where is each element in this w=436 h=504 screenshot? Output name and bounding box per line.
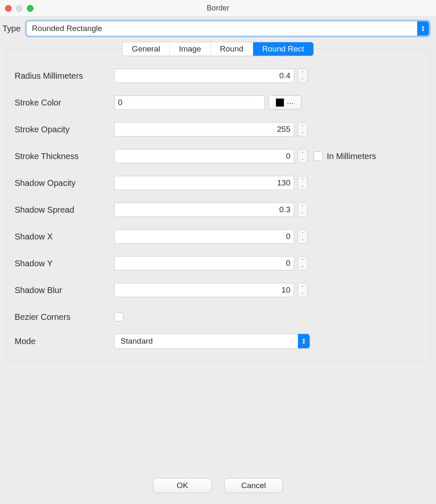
chevron-up-icon: ⌃: [298, 177, 307, 183]
input-stroke-thickness[interactable]: 0: [114, 149, 294, 163]
chevron-up-icon: ⌃: [298, 204, 307, 210]
stepper-shadow-x[interactable]: ⌃ ⌄: [298, 229, 308, 244]
input-shadow-x[interactable]: 0: [114, 229, 294, 244]
chevron-up-icon: ⌃: [298, 258, 307, 263]
row-stroke-color: Stroke Color 0 …: [15, 94, 421, 111]
chevron-down-icon: ⌄: [298, 290, 307, 296]
input-shadow-y[interactable]: 0: [114, 256, 294, 270]
updown-icon: ▲ ▼: [417, 21, 429, 36]
chevron-up-icon: ⌃: [298, 151, 307, 156]
stepper-shadow-spread[interactable]: ⌃ ⌄: [298, 203, 308, 217]
input-shadow-opacity[interactable]: 130: [114, 176, 294, 190]
checkbox-in-millimeters[interactable]: [313, 152, 323, 161]
type-row: Type Rounded Rectangle ▲ ▼: [0, 17, 436, 42]
type-label: Type: [3, 24, 21, 33]
label-shadow-y: Shadow Y: [15, 259, 111, 268]
chevron-down-icon: ⌄: [298, 263, 307, 269]
chevron-down-icon: ⌄: [298, 76, 307, 81]
row-stroke-thickness: Stroke Thickness 0 ⌃ ⌄ In Millimeters: [15, 148, 421, 165]
titlebar: Border: [0, 0, 436, 17]
row-shadow-x: Shadow X 0 ⌃ ⌄: [15, 228, 421, 245]
window-controls: [5, 5, 33, 12]
input-shadow-spread[interactable]: 0.3: [114, 203, 294, 217]
chevron-down-icon: ⌄: [298, 156, 307, 162]
chevron-down-icon: ⌄: [298, 210, 307, 215]
row-mode: Mode Standard ▲ ▼: [15, 333, 421, 350]
row-stroke-opacity: Stroke Opacity 255 ⌃ ⌄: [15, 121, 421, 138]
type-select-value: Rounded Rectangle: [32, 24, 102, 33]
label-radius-mm: Radius Millimeters: [15, 71, 111, 81]
input-shadow-blur[interactable]: 10: [114, 283, 294, 297]
label-in-millimeters: In Millimeters: [327, 152, 376, 161]
stroke-color-picker-button[interactable]: …: [268, 95, 302, 110]
stepper-shadow-y[interactable]: ⌃ ⌄: [298, 256, 308, 270]
stepper-stroke-thickness[interactable]: ⌃ ⌄: [298, 149, 308, 163]
label-stroke-color: Stroke Color: [15, 98, 111, 108]
chevron-down-icon: ▼: [302, 341, 306, 345]
chevron-down-icon: ⌄: [298, 183, 307, 188]
round-rect-panel: Radius Millimeters 0.4 ⌃ ⌄ Stroke Color …: [6, 49, 430, 361]
ok-button[interactable]: OK: [153, 478, 212, 493]
chevron-up-icon: ⌃: [298, 231, 307, 237]
mode-select-value: Standard: [121, 337, 153, 346]
row-shadow-opacity: Shadow Opacity 130 ⌃ ⌄: [15, 175, 421, 191]
row-shadow-y: Shadow Y 0 ⌃ ⌄: [15, 255, 421, 272]
input-stroke-color[interactable]: 0: [114, 95, 265, 110]
stepper-shadow-opacity[interactable]: ⌃ ⌄: [298, 176, 308, 190]
close-window-button[interactable]: [5, 5, 12, 12]
tab-round-rect[interactable]: Round Rect: [253, 42, 313, 56]
stepper-shadow-blur[interactable]: ⌃ ⌄: [298, 283, 308, 297]
ellipsis-icon: …: [287, 99, 294, 103]
input-stroke-opacity[interactable]: 255: [114, 122, 294, 136]
chevron-up-icon: ⌃: [298, 124, 307, 129]
row-radius-mm: Radius Millimeters 0.4 ⌃ ⌄: [15, 67, 421, 84]
tab-image[interactable]: Image: [170, 42, 211, 56]
minimize-window-button[interactable]: [16, 5, 23, 12]
tab-round[interactable]: Round: [211, 42, 253, 56]
chevron-up-icon: ⌃: [298, 70, 307, 76]
updown-icon: ▲ ▼: [298, 334, 310, 348]
chevron-down-icon: ▼: [421, 28, 425, 32]
label-shadow-blur: Shadow Blur: [15, 285, 111, 295]
row-bezier-corners: Bezier Corners: [15, 309, 421, 325]
tab-general[interactable]: General: [123, 42, 170, 56]
stepper-radius-mm[interactable]: ⌃ ⌄: [298, 69, 308, 83]
cancel-button[interactable]: Cancel: [224, 478, 283, 493]
input-radius-mm[interactable]: 0.4: [114, 69, 294, 83]
dialog-buttons: OK Cancel: [0, 478, 436, 493]
chevron-up-icon: ⌃: [298, 285, 307, 290]
label-shadow-opacity: Shadow Opacity: [15, 178, 111, 188]
color-swatch-icon: [276, 98, 284, 107]
stepper-stroke-opacity[interactable]: ⌃ ⌄: [298, 122, 308, 136]
tab-segment: General Image Round Round Rect: [122, 42, 314, 56]
label-mode: Mode: [15, 337, 111, 346]
zoom-window-button[interactable]: [27, 5, 33, 12]
chevron-down-icon: ⌄: [298, 237, 307, 242]
label-stroke-opacity: Stroke Opacity: [15, 125, 111, 134]
label-stroke-thickness: Stroke Thickness: [15, 152, 111, 161]
mode-select[interactable]: Standard ▲ ▼: [114, 334, 310, 349]
in-millimeters-wrap: In Millimeters: [313, 152, 421, 161]
checkbox-bezier-corners[interactable]: [114, 312, 123, 321]
label-shadow-x: Shadow X: [15, 232, 111, 242]
row-shadow-spread: Shadow Spread 0.3 ⌃ ⌄: [15, 201, 421, 218]
label-bezier-corners: Bezier Corners: [15, 312, 111, 322]
type-select[interactable]: Rounded Rectangle ▲ ▼: [26, 21, 429, 36]
label-shadow-spread: Shadow Spread: [15, 205, 111, 215]
row-shadow-blur: Shadow Blur 10 ⌃ ⌄: [15, 282, 421, 298]
window-title: Border: [207, 4, 229, 13]
chevron-down-icon: ⌄: [298, 129, 307, 135]
